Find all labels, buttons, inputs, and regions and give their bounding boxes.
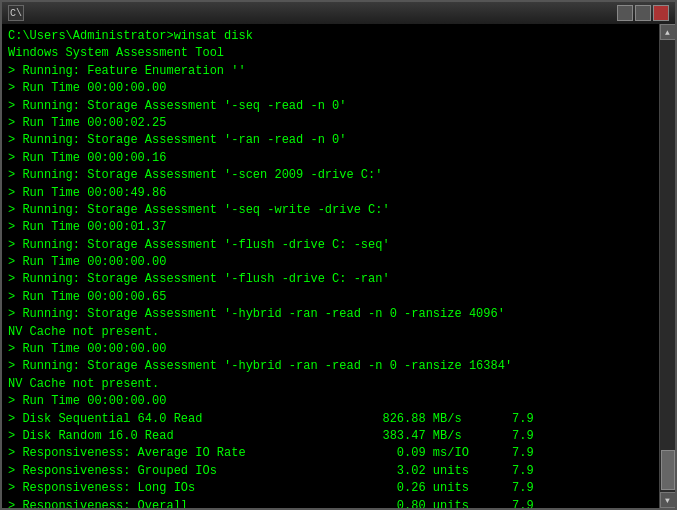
console-line: > Responsiveness: Average IO Rate 0.09 m… xyxy=(8,445,653,462)
console-area: C:\Users\Administrator>winsat disk Windo… xyxy=(2,24,675,508)
minimize-button[interactable] xyxy=(617,5,633,21)
console-line: > Running: Storage Assessment '-seq -wri… xyxy=(8,202,653,219)
console-line: > Responsiveness: Grouped IOs 3.02 units… xyxy=(8,463,653,480)
console-line: > Running: Storage Assessment '-hybrid -… xyxy=(8,306,653,323)
scroll-down-button[interactable]: ▼ xyxy=(660,492,676,508)
console-line: > Run Time 00:00:00.00 xyxy=(8,341,653,358)
console-line: > Run Time 00:00:01.37 xyxy=(8,219,653,236)
console-line: > Running: Storage Assessment '-flush -d… xyxy=(8,237,653,254)
console-line: > Running: Storage Assessment '-seq -rea… xyxy=(8,98,653,115)
console-line: > Run Time 00:00:49.86 xyxy=(8,185,653,202)
console-line: > Run Time 00:00:02.25 xyxy=(8,115,653,132)
console-line: Windows System Assessment Tool xyxy=(8,45,653,62)
console-line: > Running: Storage Assessment '-ran -rea… xyxy=(8,132,653,149)
close-button[interactable] xyxy=(653,5,669,21)
scroll-up-button[interactable]: ▲ xyxy=(660,24,676,40)
title-bar: C\ xyxy=(2,2,675,24)
window: C\ C:\Users\Administrator>winsat disk Wi… xyxy=(0,0,677,510)
console-line: C:\Users\Administrator>winsat disk xyxy=(8,28,653,45)
title-buttons xyxy=(617,5,669,21)
scroll-track[interactable] xyxy=(660,40,676,492)
console-line: > Run Time 00:00:00.00 xyxy=(8,80,653,97)
console-line: > Disk Random 16.0 Read 383.47 MB/s 7.9 xyxy=(8,428,653,445)
console-line: NV Cache not present. xyxy=(8,324,653,341)
console-line: > Running: Storage Assessment '-scen 200… xyxy=(8,167,653,184)
scrollbar[interactable]: ▲ ▼ xyxy=(659,24,675,508)
console-line: NV Cache not present. xyxy=(8,376,653,393)
console-line: > Run Time 00:00:00.65 xyxy=(8,289,653,306)
title-bar-left: C\ xyxy=(8,5,30,21)
console-line: > Running: Feature Enumeration '' xyxy=(8,63,653,80)
console-line: > Run Time 00:00:00.16 xyxy=(8,150,653,167)
maximize-button[interactable] xyxy=(635,5,651,21)
console-line: > Disk Sequential 64.0 Read 826.88 MB/s … xyxy=(8,411,653,428)
console-line: > Running: Storage Assessment '-hybrid -… xyxy=(8,358,653,375)
console-line: > Running: Storage Assessment '-flush -d… xyxy=(8,271,653,288)
console-line: > Run Time 00:00:00.00 xyxy=(8,393,653,410)
cmd-icon: C\ xyxy=(8,5,24,21)
console-line: > Responsiveness: Long IOs 0.26 units 7.… xyxy=(8,480,653,497)
console-line: > Responsiveness: Overall 0.80 units 7.9 xyxy=(8,498,653,508)
console-output: C:\Users\Administrator>winsat disk Windo… xyxy=(2,24,659,508)
scroll-thumb[interactable] xyxy=(661,450,675,490)
console-line: > Run Time 00:00:00.00 xyxy=(8,254,653,271)
